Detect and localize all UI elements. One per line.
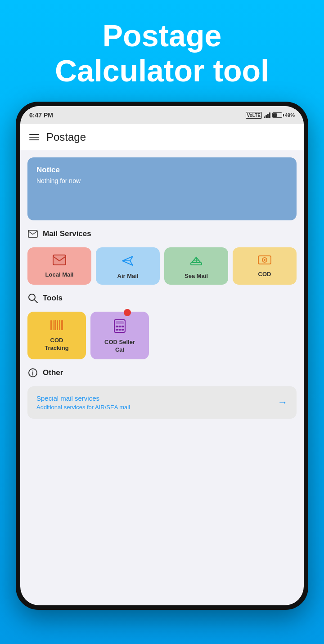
svg-rect-24 (122, 329, 124, 331)
local-mail-label: Local Mail (45, 271, 74, 278)
app-header: Postage (20, 124, 304, 150)
phone-frame: 6:47 PM VoLTE 49% (16, 102, 308, 610)
svg-rect-23 (119, 329, 121, 331)
sea-mail-card[interactable]: Sea Mail (164, 247, 228, 285)
content-area: Notice Nothing for now Mail Services (20, 150, 304, 605)
app-header-title: Postage (46, 131, 86, 143)
tools-section-header: Tools (27, 291, 297, 305)
cod-tracking-card[interactable]: CODTracking (27, 312, 86, 359)
mail-services-section-header: Mail Services (27, 227, 297, 241)
cod-icon (258, 255, 271, 267)
tools-grid: CODTracking (27, 312, 297, 359)
svg-rect-0 (28, 230, 37, 237)
svg-rect-1 (53, 255, 66, 265)
notice-body: Nothing for now (36, 177, 288, 184)
svg-rect-15 (59, 320, 60, 330)
cod-label: COD (258, 271, 271, 277)
special-mail-text: Special mail services Additional service… (36, 394, 130, 411)
other-title: Other (43, 368, 63, 377)
svg-rect-12 (53, 320, 54, 330)
svg-rect-16 (61, 320, 63, 330)
battery-icon: 49% (272, 112, 295, 118)
notification-dot (124, 309, 131, 316)
svg-rect-4 (191, 263, 202, 265)
phone-screen: 6:47 PM VoLTE 49% (20, 106, 304, 605)
air-mail-label: Air Mail (117, 273, 139, 279)
notice-card: Notice Nothing for now (27, 157, 297, 220)
mail-services-grid: Local Mail Air Mail (27, 247, 297, 285)
signal-bars-icon (264, 112, 270, 118)
svg-rect-11 (50, 320, 52, 330)
status-bar: 6:47 PM VoLTE 49% (20, 106, 304, 124)
cod-card[interactable]: COD (233, 247, 297, 285)
notice-title: Notice (36, 165, 288, 174)
svg-rect-13 (54, 320, 56, 330)
svg-rect-14 (57, 320, 58, 330)
svg-rect-20 (119, 326, 121, 327)
status-icons: VoLTE 49% (246, 112, 295, 119)
other-section-header: Other (27, 366, 297, 380)
mail-services-title: Mail Services (43, 229, 91, 238)
sea-mail-icon (189, 255, 203, 269)
sea-mail-label: Sea Mail (184, 273, 208, 279)
special-mail-subtitle: Additional services for AIR/SEA mail (36, 404, 130, 411)
status-time: 6:47 PM (29, 112, 53, 119)
tools-title: Tools (43, 294, 63, 303)
local-mail-card[interactable]: Local Mail (27, 247, 91, 285)
svg-rect-21 (122, 326, 124, 327)
cod-seller-label: COD SellerCal (104, 339, 135, 354)
lte-icon: VoLTE (246, 112, 262, 119)
local-mail-icon (53, 255, 66, 268)
svg-rect-22 (116, 329, 118, 331)
hamburger-menu-button[interactable] (29, 134, 39, 140)
special-mail-title: Special mail services (36, 394, 130, 402)
cod-tracking-icon (50, 319, 64, 333)
hero-area: Postage Calculator tool (0, 0, 324, 97)
tools-search-icon (27, 293, 38, 304)
special-mail-card[interactable]: Special mail services Additional service… (27, 386, 297, 419)
svg-point-8 (264, 259, 266, 261)
air-mail-card[interactable]: Air Mail (96, 247, 160, 285)
arrow-right-icon: → (278, 397, 288, 408)
svg-point-27 (32, 371, 33, 371)
cod-seller-icon (113, 319, 126, 335)
svg-rect-18 (116, 321, 124, 324)
page-title: Postage Calculator tool (27, 18, 297, 88)
cod-tracking-label: CODTracking (45, 337, 68, 352)
mail-icon (27, 228, 38, 239)
air-mail-icon (121, 255, 135, 269)
svg-rect-19 (116, 326, 118, 327)
cod-seller-card[interactable]: COD SellerCal (90, 312, 149, 359)
svg-line-10 (34, 300, 37, 303)
info-icon (27, 367, 38, 378)
